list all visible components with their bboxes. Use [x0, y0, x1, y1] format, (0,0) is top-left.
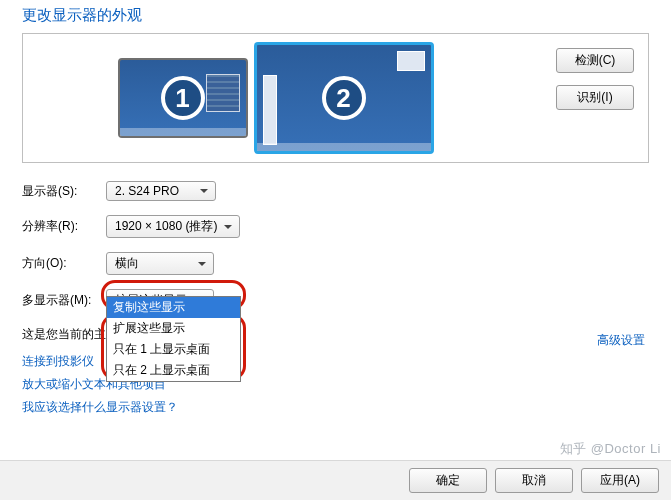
advanced-settings-link[interactable]: 高级设置	[597, 332, 645, 349]
display-label: 显示器(S):	[22, 183, 106, 200]
monitor-1[interactable]: 1	[118, 58, 248, 138]
multi-option-only-2[interactable]: 只在 2 上显示桌面	[107, 360, 240, 381]
multi-option-only-1[interactable]: 只在 1 上显示桌面	[107, 339, 240, 360]
monitor-1-badge: 1	[161, 76, 205, 120]
detect-button[interactable]: 检测(C)	[556, 48, 634, 73]
orientation-label: 方向(O):	[22, 255, 106, 272]
monitor-arrangement-panel: 1 2 检测(C) 识别(I)	[22, 33, 649, 163]
monitors-area[interactable]: 1 2	[23, 34, 528, 162]
cancel-button[interactable]: 取消	[495, 468, 573, 493]
watermark-text: 知乎 @Doctor Li	[560, 440, 661, 458]
monitor-2-thumb	[397, 51, 425, 71]
apply-button[interactable]: 应用(A)	[581, 468, 659, 493]
ok-button[interactable]: 确定	[409, 468, 487, 493]
resolution-label: 分辨率(R):	[22, 218, 106, 235]
monitor-1-pattern	[206, 74, 240, 112]
identify-button[interactable]: 识别(I)	[556, 85, 634, 110]
monitor-2-side	[263, 75, 277, 145]
multi-option-duplicate[interactable]: 复制这些显示	[107, 297, 240, 318]
multi-display-label: 多显示器(M):	[22, 292, 106, 309]
dialog-button-bar: 确定 取消 应用(A)	[0, 460, 671, 500]
orientation-dropdown[interactable]: 横向	[106, 252, 214, 275]
display-dropdown[interactable]: 2. S24 PRO	[106, 181, 216, 201]
multi-display-dropdown-list[interactable]: 复制这些显示 扩展这些显示 只在 1 上显示桌面 只在 2 上显示桌面	[106, 296, 241, 382]
monitor-2-badge: 2	[322, 76, 366, 120]
page-title: 更改显示器的外观	[0, 0, 671, 33]
monitor-2[interactable]: 2	[254, 42, 434, 154]
multi-option-extend[interactable]: 扩展这些显示	[107, 318, 240, 339]
resolution-dropdown[interactable]: 1920 × 1080 (推荐)	[106, 215, 240, 238]
which-settings-link[interactable]: 我应该选择什么显示器设置？	[22, 399, 671, 416]
monitor-1-taskbar	[120, 128, 246, 136]
monitor-2-taskbar	[257, 143, 431, 151]
